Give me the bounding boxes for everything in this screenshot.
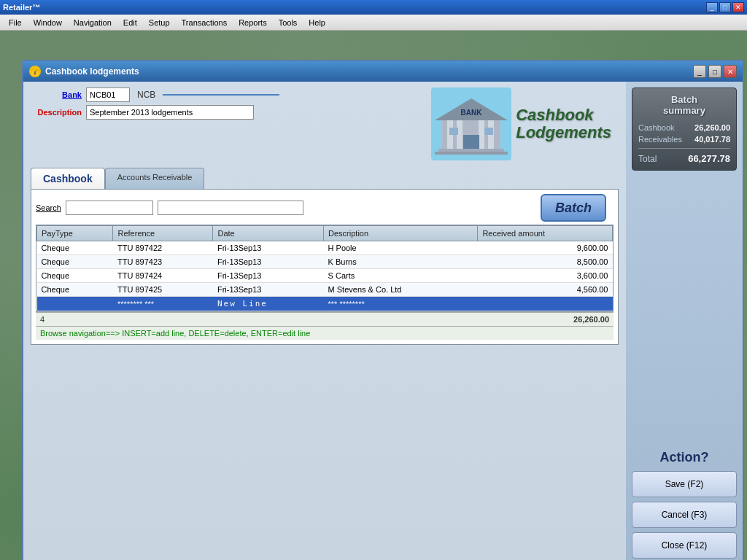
cashbook-value: 26,260.00 — [694, 123, 730, 132]
new-line-date: New Line — [213, 297, 324, 311]
footer-count: 4 — [40, 315, 44, 324]
summary-receivables-row: Receivables 40,017.78 — [638, 135, 730, 144]
main-panel: Bank NCB Description — [23, 82, 626, 560]
dialog-titlebar: 💰 Cashbook lodgements _ □ ✕ — [23, 61, 743, 82]
menu-help[interactable]: Help — [303, 17, 331, 28]
tab-cashbook[interactable]: Cashbook — [31, 168, 105, 189]
cell-reference: TTU 897424 — [113, 269, 213, 283]
receivables-label: Receivables — [638, 135, 682, 144]
maximize-button[interactable]: □ — [719, 2, 731, 12]
dialog-title: Cashbook lodgements — [45, 66, 139, 77]
table-body: Cheque TTU 897422 Fri-13Sep13 H Poole 9,… — [37, 241, 613, 311]
taskbar-controls: _ □ ✕ — [706, 2, 744, 12]
action-section: Action? Save (F2) Cancel (F3) Close (F12… — [632, 450, 737, 560]
cashbook-lodgements-title: Cashbook Lodgements — [516, 106, 611, 141]
dialog-restore-button[interactable]: □ — [708, 65, 721, 78]
svg-rect-8 — [449, 128, 458, 135]
batch-summary: Batchsummary Cashbook 26,260.00 Receivab… — [632, 88, 737, 171]
description-field-row: Description — [31, 105, 279, 120]
cell-paytype: Cheque — [37, 283, 113, 297]
cashbook-label: Cashbook — [638, 123, 675, 132]
summary-cashbook-row: Cashbook 26,260.00 — [638, 123, 730, 132]
new-line-row[interactable]: ******** *** New Line *** ******** — [37, 297, 613, 311]
summary-total-row: Total 66,277.78 — [638, 153, 730, 164]
cell-description: S Carts — [324, 269, 478, 283]
new-line-reference: ******** *** — [113, 297, 213, 311]
total-value: 66,277.78 — [688, 153, 730, 164]
new-line-paytype — [37, 297, 113, 311]
menu-transactions[interactable]: Transactions — [176, 17, 233, 28]
col-paytype: PayType — [37, 226, 113, 241]
cell-description: M Stevens & Co. Ltd — [324, 283, 478, 297]
svg-rect-5 — [479, 120, 484, 149]
cell-paytype: Cheque — [37, 255, 113, 269]
right-panel-spacer — [632, 176, 737, 444]
menu-reports[interactable]: Reports — [233, 17, 273, 28]
menu-window[interactable]: Window — [28, 17, 68, 28]
close-button[interactable]: Close (F12) — [632, 532, 737, 559]
table-header: PayType Reference Date Description Recei… — [37, 226, 613, 241]
svg-rect-11 — [435, 152, 508, 155]
col-reference: Reference — [113, 226, 213, 241]
dialog-icon: 💰 — [29, 66, 41, 77]
bank-field-row: Bank NCB — [31, 88, 279, 102]
header-graphic: BANK Cashbook Lodgements — [431, 88, 611, 160]
menu-edit[interactable]: Edit — [117, 17, 143, 28]
tabs-area: Cashbook Accounts Receivable Search Batc… — [31, 168, 619, 345]
footer-total: 26,260.00 — [573, 315, 609, 324]
menu-file[interactable]: File — [3, 17, 28, 28]
table-row[interactable]: Cheque TTU 897422 Fri-13Sep13 H Poole 9,… — [37, 241, 613, 255]
dialog-close-button[interactable]: ✕ — [724, 65, 737, 78]
description-input[interactable] — [86, 105, 254, 120]
footer-bar: 4 26,260.00 — [36, 312, 614, 326]
tab-headers: Cashbook Accounts Receivable — [31, 168, 619, 189]
col-received-amount: Received amount — [478, 226, 613, 241]
description-label: Description — [31, 108, 82, 117]
cell-date: Fri-13Sep13 — [213, 269, 324, 283]
batch-button[interactable]: Batch — [541, 194, 606, 222]
minimize-button[interactable]: _ — [706, 2, 718, 12]
right-panel: Batchsummary Cashbook 26,260.00 Receivab… — [626, 82, 743, 560]
cell-paytype: Cheque — [37, 241, 113, 255]
close-app-button[interactable]: ✕ — [732, 2, 744, 12]
footer-hint: Browse navigation==> INSERT=add line, DE… — [36, 326, 614, 340]
batch-summary-title: Batchsummary — [638, 94, 730, 116]
menu-navigation[interactable]: Navigation — [68, 17, 117, 28]
bank-building-icon: BANK — [431, 88, 511, 160]
cell-date: Fri-13Sep13 — [213, 255, 324, 269]
receivables-value: 40,017.78 — [694, 135, 730, 144]
table-container[interactable]: PayType Reference Date Description Recei… — [36, 225, 614, 312]
transactions-table: PayType Reference Date Description Recei… — [36, 225, 613, 311]
svg-rect-9 — [484, 128, 493, 135]
svg-rect-12 — [438, 149, 504, 152]
search-label[interactable]: Search — [36, 203, 61, 212]
menu-tools[interactable]: Tools — [273, 17, 303, 28]
menu-setup[interactable]: Setup — [143, 17, 176, 28]
cashbook-lodgements-dialog: 💰 Cashbook lodgements _ □ ✕ Bank NCB — [22, 60, 744, 560]
cell-amount: 9,600.00 — [478, 241, 613, 255]
content-area: Search Batch PayType Refe — [31, 189, 619, 345]
cashbook-title-line1: Cashbook — [516, 106, 611, 124]
cell-reference: TTU 897423 — [113, 255, 213, 269]
search-input-2[interactable] — [158, 201, 303, 215]
cell-amount: 3,600.00 — [478, 269, 613, 283]
taskbar: Retailer™ _ □ ✕ — [0, 0, 747, 15]
bank-name: NCB — [137, 90, 155, 100]
dialog-minimize-button[interactable]: _ — [693, 65, 706, 78]
table-row[interactable]: Cheque TTU 897424 Fri-13Sep13 S Carts 3,… — [37, 269, 613, 283]
col-description: Description — [324, 226, 478, 241]
table-row[interactable]: Cheque TTU 897423 Fri-13Sep13 K Burns 8,… — [37, 255, 613, 269]
action-title: Action? — [632, 450, 737, 465]
save-button[interactable]: Save (F2) — [632, 471, 737, 497]
cell-paytype: Cheque — [37, 269, 113, 283]
search-input[interactable] — [66, 201, 153, 215]
header-fields: Bank NCB Description — [31, 88, 279, 120]
cancel-button[interactable]: Cancel (F3) — [632, 502, 737, 528]
total-label: Total — [638, 154, 657, 164]
cashbook-title-line2: Lodgements — [516, 124, 611, 141]
bank-label[interactable]: Bank — [31, 90, 82, 99]
tab-accounts-receivable[interactable]: Accounts Receivable — [105, 168, 205, 189]
new-line-amount — [478, 297, 613, 311]
bank-code-input[interactable] — [86, 88, 130, 102]
table-row[interactable]: Cheque TTU 897425 Fri-13Sep13 M Stevens … — [37, 283, 613, 297]
